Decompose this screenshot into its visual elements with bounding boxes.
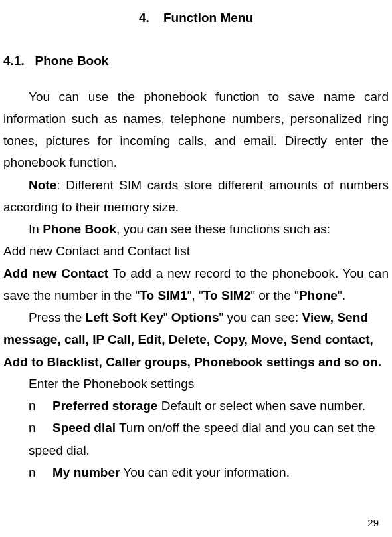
bullet: n [29, 417, 52, 439]
text: ", " [187, 288, 203, 302]
text: ". [338, 288, 345, 302]
paragraph-phonebook: In Phone Book, you can see these functio… [3, 218, 389, 240]
section-title-text: Phone Book [35, 54, 109, 68]
bold: Phone [299, 288, 338, 302]
text: In [29, 222, 43, 236]
chapter-number: 4. [139, 11, 149, 25]
paragraph-addcontact-list: Add new Contact and Contact list [3, 240, 389, 262]
paragraph-addnewcontact: Add new Contact To add a new record to t… [3, 263, 389, 307]
chapter-title: 4. Function Menu [3, 7, 389, 29]
note-label: Note [29, 178, 56, 192]
paragraph-intro: You can use the phonebook function to sa… [3, 86, 389, 174]
item-text: Default or select when save number. [157, 399, 365, 413]
text: , you can see these functions such as: [116, 222, 330, 236]
bullet: n [29, 395, 52, 417]
chapter-title-text: Function Menu [163, 11, 253, 25]
list-item-my-number: nMy number You can edit your information… [3, 461, 389, 483]
list-item-preferred-storage: nPreferred storage Default or select whe… [3, 395, 389, 417]
phonebook-bold: Phone Book [43, 222, 116, 236]
bullet: n [29, 461, 52, 483]
item-title: Speed dial [52, 421, 116, 435]
text: " or the " [250, 288, 299, 302]
text: " you can see: [219, 310, 302, 324]
item-title: Preferred storage [52, 399, 157, 413]
item-text: You can edit your information. [120, 465, 290, 479]
paragraph-note: Note: Different SIM cards store differen… [3, 174, 389, 219]
item-title: My number [52, 465, 120, 479]
bold: To SIM1 [140, 288, 187, 302]
note-text: : Different SIM cards store different am… [3, 178, 389, 214]
page-number: 29 [367, 514, 379, 532]
bold: Options [171, 310, 219, 324]
text: " [163, 310, 171, 324]
paragraph-enter-settings: Enter the Phonebook settings [3, 373, 389, 395]
list-item-speed-dial: nSpeed dial Turn on/off the speed dial a… [3, 417, 389, 461]
paragraph-options: Press the Left Soft Key" Options" you ca… [3, 306, 389, 373]
bold: To SIM2 [203, 288, 250, 302]
section-number: 4.1. [3, 54, 25, 68]
text: Add new Contact and Contact list [3, 244, 190, 258]
text: Enter the Phonebook settings [29, 377, 194, 391]
section-title: 4.1. Phone Book [3, 50, 389, 72]
bold: Add new Contact [3, 267, 108, 280]
bold: Left Soft Key [86, 310, 163, 324]
text: Press the [29, 310, 86, 324]
text: You can use the phonebook function to sa… [3, 90, 389, 170]
